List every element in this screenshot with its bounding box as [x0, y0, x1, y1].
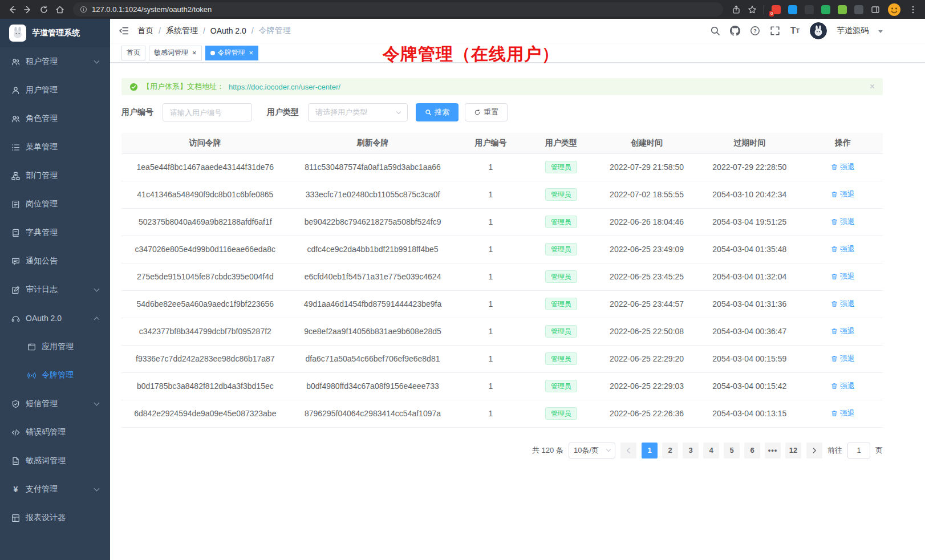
force-logout-button[interactable]: 强退: [831, 189, 855, 200]
force-logout-button[interactable]: 强退: [831, 299, 855, 309]
sidebar-item-post[interactable]: 岗位管理: [0, 190, 110, 218]
extension-puzzle-icon[interactable]: [838, 5, 847, 14]
page-button-5[interactable]: 5: [724, 443, 740, 458]
sidebar-item-dict[interactable]: 字典管理: [0, 218, 110, 247]
tab-sensitive-word[interactable]: 敏感词管理×: [149, 46, 202, 60]
user-avatar[interactable]: [810, 22, 827, 39]
sidebar-item-menu[interactable]: 菜单管理: [0, 133, 110, 161]
home-icon[interactable]: [52, 2, 67, 17]
reload-icon[interactable]: [36, 2, 51, 17]
search-button[interactable]: 搜索: [416, 103, 459, 121]
tab-token[interactable]: 令牌管理×: [205, 46, 259, 60]
share-icon[interactable]: [729, 2, 744, 17]
sidebar-item-report-designer[interactable]: 报表设计器: [0, 504, 110, 532]
user-type-cell: 管理员: [525, 236, 598, 263]
create-time-cell: 2022-06-25 23:45:25: [597, 263, 696, 290]
prev-page-button[interactable]: [620, 443, 636, 458]
extension-gray-icon[interactable]: [854, 5, 863, 14]
create-time-cell: 2022-06-25 23:49:09: [597, 236, 696, 263]
search-button-label: 搜索: [435, 107, 449, 117]
sidebar-item-oauth2-app[interactable]: 应用管理: [0, 332, 110, 361]
search-icon[interactable]: [710, 26, 720, 36]
next-page-button[interactable]: [806, 443, 822, 458]
action-cell: 强退: [803, 208, 883, 236]
sidebar-item-label: 支付管理: [26, 484, 58, 494]
sidebar-item-audit-log[interactable]: 审计日志: [0, 275, 110, 304]
force-logout-button[interactable]: 强退: [831, 326, 855, 336]
page-size-select[interactable]: 10条/页: [569, 443, 615, 458]
user-type-select[interactable]: 请选择用户类型: [308, 103, 408, 121]
breadcrumb-item[interactable]: 系统管理: [166, 26, 198, 36]
goto-page-input[interactable]: [847, 443, 870, 458]
fullscreen-icon[interactable]: [770, 26, 780, 36]
force-logout-icon: [831, 218, 838, 225]
menu-fold-icon[interactable]: [110, 26, 137, 36]
access-token-cell: 275e5de9151045fe87cbdc395e004f4d: [121, 263, 289, 290]
sidebar-item-sensitive-word[interactable]: 敏感词管理: [0, 447, 110, 475]
force-logout-button[interactable]: 强退: [831, 408, 855, 419]
page-button-4[interactable]: 4: [703, 443, 719, 458]
github-icon[interactable]: [730, 26, 740, 36]
force-logout-button[interactable]: 强退: [831, 162, 855, 172]
sidebar-item-user[interactable]: 用户管理: [0, 76, 110, 104]
page-button-1[interactable]: 1: [642, 443, 658, 458]
force-logout-button[interactable]: 强退: [831, 271, 855, 282]
extension-green-circle-icon[interactable]: [821, 5, 830, 14]
side-panel-icon[interactable]: [868, 2, 883, 17]
breadcrumb-item[interactable]: OAuth 2.0: [210, 26, 246, 35]
sidebar-item-label: 敏感词管理: [26, 456, 66, 466]
user-type-cell: 管理员: [525, 345, 598, 372]
reset-button[interactable]: 重置: [465, 103, 508, 121]
sidebar-item-role[interactable]: 角色管理: [0, 104, 110, 133]
user-id-input[interactable]: [163, 103, 252, 121]
page-button-3[interactable]: 3: [683, 443, 699, 458]
sidebar-item-dept[interactable]: 部门管理: [0, 161, 110, 190]
tab-close-icon[interactable]: ×: [249, 49, 254, 56]
bookmark-star-icon[interactable]: [745, 2, 760, 17]
token-table: 访问令牌刷新令牌用户编号用户类型创建时间过期时间操作 1ea5e44f8bc14…: [121, 133, 883, 428]
column-header: 访问令牌: [121, 133, 289, 153]
page-button-2[interactable]: 2: [662, 443, 678, 458]
address-bar[interactable]: 127.0.0.1:1024/system/oauth2/token: [73, 2, 723, 17]
breadcrumb-item[interactable]: 首页: [137, 26, 153, 36]
goto-label: 前往: [827, 445, 842, 456]
tab-close-icon[interactable]: ×: [192, 49, 197, 56]
site-info-icon[interactable]: [80, 6, 87, 13]
force-logout-button[interactable]: 强退: [831, 354, 855, 364]
user-id-cell: 1: [456, 290, 525, 318]
font-size-icon[interactable]: TT: [790, 26, 800, 36]
force-logout-button[interactable]: 强退: [831, 381, 855, 391]
extension-grid-icon[interactable]: 0: [772, 5, 781, 14]
sidebar-item-pay[interactable]: ¥支付管理: [0, 475, 110, 504]
sidebar-item-oauth2[interactable]: OAuth 2.0: [0, 304, 110, 332]
force-logout-button[interactable]: 强退: [831, 244, 855, 254]
table-row: b0d1785bc3a8482f812db4a3f3bd15ecb0df4980…: [121, 372, 883, 400]
back-icon[interactable]: [5, 2, 19, 17]
app-logo[interactable]: 芋道管理系统: [0, 19, 110, 47]
page-button-6[interactable]: 6: [744, 443, 760, 458]
username[interactable]: 芋道源码: [837, 26, 869, 36]
sidebar-menu: 租户管理用户管理角色管理菜单管理部门管理岗位管理字典管理通知公告审计日志OAut…: [0, 47, 110, 560]
force-logout-button[interactable]: 强退: [831, 217, 855, 227]
alert-close-icon[interactable]: ×: [870, 82, 875, 92]
sidebar-item-oauth2-token[interactable]: 令牌管理: [0, 361, 110, 389]
extension-bird-icon[interactable]: [788, 5, 797, 14]
forward-icon[interactable]: [21, 2, 35, 17]
sidebar-item-sms[interactable]: 短信管理: [0, 389, 110, 418]
browser-menu-icon[interactable]: [906, 2, 920, 17]
page-more-button[interactable]: •••: [765, 443, 781, 458]
doc-link[interactable]: https://doc.iocoder.cn/user-center/: [229, 83, 340, 91]
tab-home[interactable]: 首页: [121, 46, 145, 60]
caret-down-icon[interactable]: [878, 30, 883, 33]
extension-dark-icon[interactable]: [805, 5, 814, 14]
menu-icon: [11, 143, 20, 152]
force-logout-label: 强退: [840, 189, 855, 200]
help-icon[interactable]: ?: [750, 26, 760, 36]
sidebar-item-label: 短信管理: [26, 399, 58, 409]
sidebar-item-error-code[interactable]: 错误码管理: [0, 418, 110, 447]
page-button-12[interactable]: 12: [785, 443, 801, 458]
sidebar-item-tenant[interactable]: 租户管理: [0, 47, 110, 76]
sidebar-item-notice[interactable]: 通知公告: [0, 247, 110, 275]
success-check-icon: [129, 83, 138, 91]
browser-profile-avatar[interactable]: [887, 3, 901, 17]
